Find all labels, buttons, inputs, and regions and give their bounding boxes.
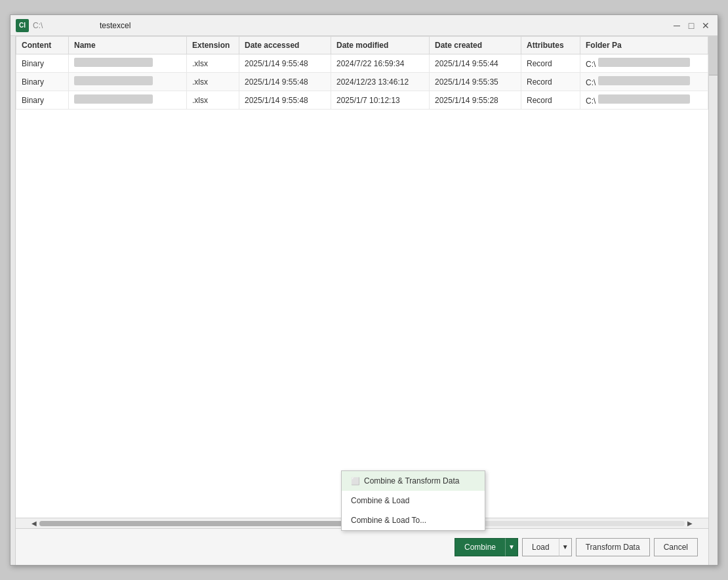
cell-date-modified: 2024/7/22 16:59:34: [331, 54, 430, 73]
cell-date-created: 2025/1/14 9:55:44: [430, 54, 521, 73]
cell-date-created: 2025/1/14 9:55:35: [430, 73, 521, 91]
cell-date-modified: 2024/12/23 13:46:12: [331, 73, 430, 91]
col-header-folder-path[interactable]: Folder Pa: [580, 37, 708, 54]
table-scroll-wrapper[interactable]: Content Name Extension Date accessed Dat…: [16, 36, 708, 518]
main-content: Content Name Extension Date accessed Dat…: [10, 36, 718, 565]
close-button[interactable]: ✕: [699, 19, 712, 32]
cell-name: [69, 91, 187, 110]
title-bar-left: CI C:\ testexcel: [16, 19, 131, 32]
cell-folder-path: C:\: [580, 73, 708, 91]
col-header-content[interactable]: Content: [16, 37, 69, 54]
table-header-row: Content Name Extension Date accessed Dat…: [16, 37, 708, 54]
table-row[interactable]: Binary.xlsx2025/1/14 9:55:482025/1/7 10:…: [16, 91, 708, 110]
load-dropdown-button[interactable]: ▼: [559, 538, 572, 556]
col-header-date-modified[interactable]: Date modified: [331, 37, 430, 54]
dropdown-item-combine-transform[interactable]: ⬜ Combine & Transform Data: [342, 471, 485, 491]
cell-attributes: Record: [521, 54, 580, 73]
dropdown-item-label-1: Combine & Transform Data: [364, 476, 459, 486]
cell-name: [69, 73, 187, 91]
right-sidebar: [708, 36, 718, 565]
title-bar: CI C:\ testexcel ─ □ ✕: [10, 15, 718, 36]
load-button-group: Load ▼: [522, 538, 572, 556]
cell-folder-path: C:\: [580, 54, 708, 73]
combine-dropdown-button[interactable]: ▼: [505, 538, 518, 556]
table-row[interactable]: Binary.xlsx2025/1/14 9:55:482024/12/23 1…: [16, 73, 708, 91]
title-path: C:\: [33, 21, 43, 30]
dropdown-item-combine-load-to[interactable]: Combine & Load To...: [342, 510, 485, 530]
maximize-button[interactable]: □: [685, 19, 698, 32]
col-header-name[interactable]: Name: [69, 37, 187, 54]
main-window: CI C:\ testexcel ─ □ ✕: [10, 14, 718, 566]
table-row[interactable]: Binary.xlsx2025/1/14 9:55:482024/7/22 16…: [16, 54, 708, 73]
footer: Combine ▼ Load ▼ Transform Data Cancel ⬜…: [16, 528, 708, 565]
col-header-date-accessed[interactable]: Date accessed: [239, 37, 331, 54]
cell-date-created: 2025/1/14 9:55:28: [430, 91, 521, 110]
cell-extension: .xlsx: [187, 91, 239, 110]
combine-dropdown-menu: ⬜ Combine & Transform Data Combine & Loa…: [341, 470, 485, 531]
minimize-button[interactable]: ─: [670, 19, 683, 32]
col-header-attributes[interactable]: Attributes: [521, 37, 580, 54]
app-icon: CI: [16, 19, 29, 32]
cell-date-accessed: 2025/1/14 9:55:48: [239, 73, 331, 91]
cell-name: [69, 54, 187, 73]
right-sidebar-tab[interactable]: [709, 36, 718, 75]
cell-content: Binary: [16, 91, 69, 110]
cell-content: Binary: [16, 73, 69, 91]
transform-data-button[interactable]: Transform Data: [576, 538, 650, 556]
dropdown-item-label-2: Combine & Load: [351, 496, 409, 505]
table-container: Content Name Extension Date accessed Dat…: [16, 36, 708, 565]
cell-folder-path: C:\: [580, 91, 708, 110]
cancel-button[interactable]: Cancel: [654, 538, 698, 556]
cell-attributes: Record: [521, 73, 580, 91]
combine-button-group: Combine ▼: [455, 538, 518, 556]
col-header-extension[interactable]: Extension: [187, 37, 239, 54]
cell-content: Binary: [16, 54, 69, 73]
scroll-left-arrow[interactable]: ◀: [29, 518, 39, 529]
load-button[interactable]: Load: [522, 538, 559, 556]
data-table: Content Name Extension Date accessed Dat…: [16, 36, 708, 110]
title-name: testexcel: [100, 21, 131, 30]
cursor-icon: ⬜: [351, 477, 360, 486]
dropdown-item-label-3: Combine & Load To...: [351, 516, 426, 525]
left-sidebar: [10, 36, 16, 565]
dropdown-item-combine-load[interactable]: Combine & Load: [342, 491, 485, 510]
combine-button[interactable]: Combine: [455, 538, 505, 556]
scroll-right-arrow[interactable]: ▶: [685, 518, 695, 529]
cell-extension: .xlsx: [187, 54, 239, 73]
cell-date-accessed: 2025/1/14 9:55:48: [239, 54, 331, 73]
cell-extension: .xlsx: [187, 73, 239, 91]
cell-date-modified: 2025/1/7 10:12:13: [331, 91, 430, 110]
title-bar-controls: ─ □ ✕: [670, 19, 712, 32]
col-header-date-created[interactable]: Date created: [430, 37, 521, 54]
window-title: C:\ testexcel: [33, 21, 131, 30]
cell-attributes: Record: [521, 91, 580, 110]
cell-date-accessed: 2025/1/14 9:55:48: [239, 91, 331, 110]
